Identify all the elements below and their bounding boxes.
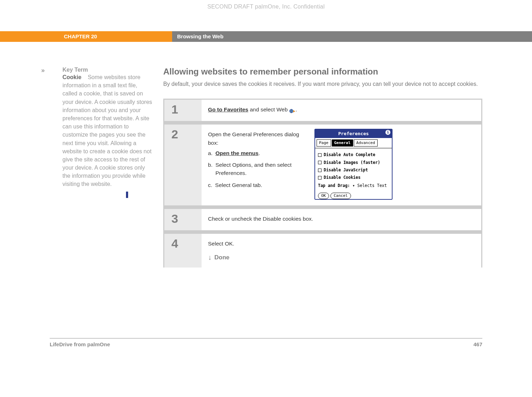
- tap-drag-row: Tap and Drag: ▾ Selects Text: [318, 183, 389, 189]
- check-javascript[interactable]: Disable JavaScript: [318, 167, 389, 173]
- check-label: Disable Cookies: [324, 175, 361, 181]
- step3-text: Check or uncheck the Disable cookies box…: [208, 215, 475, 225]
- step-num-cell: 3: [164, 209, 202, 230]
- step1-period: .: [296, 106, 297, 112]
- key-term-label: Key Term: [62, 67, 88, 73]
- favorites-link[interactable]: Go to Favorites: [208, 106, 248, 112]
- sub-a-period: .: [258, 150, 260, 156]
- cancel-button[interactable]: Cancel: [330, 193, 351, 199]
- sub-c-letter: c.: [208, 181, 212, 189]
- tab-general[interactable]: General: [332, 139, 353, 147]
- step-number: 2: [171, 128, 178, 140]
- prefs-button-row: OK Cancel: [315, 191, 392, 202]
- step4-text: Select OK.: [208, 239, 475, 248]
- check-label: Disable Auto Complete: [324, 152, 375, 158]
- section-heading: Allowing websites to remember personal i…: [163, 67, 482, 77]
- sub-a-letter: a.: [208, 149, 213, 157]
- check-cookies[interactable]: Disable Cookies: [318, 175, 389, 181]
- page-footer: LifeDrive from palmOne 467: [50, 338, 482, 347]
- step-num-cell: 1: [164, 100, 202, 121]
- check-images[interactable]: Disable Images (faster): [318, 160, 389, 166]
- sub-b-letter: b.: [208, 161, 213, 177]
- step-content: Go to Favorites and select Web .: [202, 100, 481, 121]
- checkbox-icon[interactable]: [318, 169, 322, 172]
- watermark-text: SECOND DRAFT palmOne, Inc. Confidential: [0, 4, 532, 10]
- step-content: Check or uncheck the Disable cookies box…: [202, 209, 481, 230]
- main-content: Allowing websites to remember personal i…: [163, 67, 482, 269]
- step-1: 1 Go to Favorites and select Web .: [164, 100, 481, 121]
- ok-button[interactable]: OK: [318, 193, 329, 199]
- done-indicator: ↓ Done: [208, 253, 475, 262]
- svg-point-0: [290, 109, 294, 113]
- tapdrag-label: Tap and Drag:: [318, 183, 350, 188]
- sub-b-text: Select Options, and then select Preferen…: [215, 161, 304, 177]
- chevrons-icon: »: [41, 67, 45, 74]
- step-number: 4: [171, 237, 178, 249]
- key-term-body-text: Some websites store information in a sma…: [62, 74, 152, 187]
- header-bar: CHAPTER 20 Browsing the Web: [0, 31, 532, 42]
- dropdown-arrow-icon[interactable]: ▾: [352, 183, 355, 189]
- tapdrag-value[interactable]: Selects Text: [357, 183, 387, 188]
- steps-container: 1 Go to Favorites and select Web . 2 Ope…: [163, 99, 482, 268]
- content-area: » Key Term Cookie Some websites store in…: [50, 67, 482, 269]
- check-autocomplete[interactable]: Disable Auto Complete: [318, 152, 389, 158]
- sub-c-text: Select General tab.: [215, 181, 262, 189]
- checkbox-icon[interactable]: [318, 153, 322, 157]
- step-content: Open the General Preferences dialog box:…: [202, 125, 481, 205]
- chapter-label: CHAPTER 20: [0, 31, 172, 42]
- step1-rest: and select Web: [248, 106, 289, 112]
- key-term-word: Cookie: [62, 74, 81, 80]
- down-arrow-icon: ↓: [208, 254, 212, 261]
- prefs-body: Disable Auto Complete Disable Images (fa…: [315, 148, 392, 191]
- checkbox-icon[interactable]: [318, 161, 322, 164]
- chapter-title: Browsing the Web: [172, 31, 532, 42]
- check-label: Disable Images (faster): [324, 160, 380, 166]
- tab-page[interactable]: Page: [317, 139, 331, 147]
- web-icon: [289, 107, 296, 112]
- step-num-cell: 4: [164, 234, 202, 268]
- check-label: Disable JavaScript: [324, 167, 368, 173]
- step-num-cell: 2: [164, 125, 202, 205]
- step-2: 2 Open the General Preferences dialog bo…: [164, 125, 481, 205]
- open-menus-link[interactable]: Open the menus: [215, 150, 258, 156]
- preferences-dialog: Preferences i Page General Advanced Disa…: [314, 129, 393, 200]
- step-number: 3: [171, 213, 178, 225]
- prefs-title-text: Preferences: [338, 131, 369, 136]
- step2-intro: Open the General Preferences dialog box:: [208, 130, 304, 147]
- step-content: Select OK. ↓ Done: [202, 234, 481, 268]
- section-intro: By default, your device saves the cookie…: [163, 80, 482, 88]
- product-name: LifeDrive from palmOne: [50, 341, 110, 347]
- step-3: 3 Check or uncheck the Disable cookies b…: [164, 209, 481, 230]
- key-term-body: Some websites store information in a sma…: [62, 74, 152, 187]
- info-icon[interactable]: i: [385, 130, 390, 135]
- key-term-sidebar: » Key Term Cookie Some websites store in…: [50, 67, 153, 269]
- prefs-tabs: Page General Advanced: [315, 138, 392, 149]
- tab-advanced[interactable]: Advanced: [354, 139, 378, 147]
- prefs-title-bar: Preferences i: [315, 129, 392, 138]
- checkbox-icon[interactable]: [318, 176, 322, 180]
- step-number: 1: [171, 103, 178, 115]
- done-label: Done: [214, 253, 230, 262]
- page-number: 467: [473, 341, 482, 347]
- step-4: 4 Select OK. ↓ Done: [164, 234, 481, 268]
